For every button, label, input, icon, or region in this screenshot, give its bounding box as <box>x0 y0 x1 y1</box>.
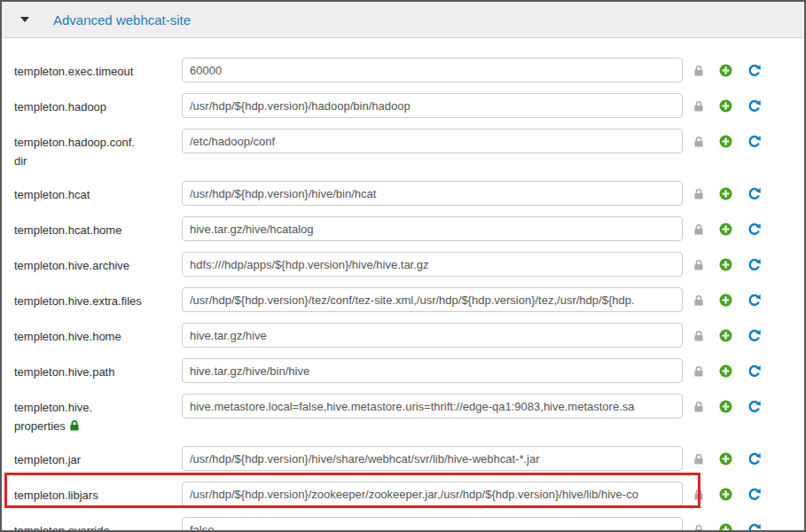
row-action-icons <box>693 446 761 466</box>
property-row: templeton.hadoop.conf. dir <box>2 129 804 170</box>
property-name-label: templeton.override <box>14 517 154 532</box>
property-value-input[interactable] <box>182 252 683 277</box>
undo-icon[interactable] <box>747 258 761 271</box>
property-name-label: templeton.hive.extra.files <box>14 287 154 310</box>
lock-icon[interactable] <box>693 136 704 148</box>
add-override-icon[interactable] <box>719 99 732 113</box>
row-action-icons <box>693 129 761 148</box>
row-action-icons <box>693 358 761 378</box>
property-rows: templeton.exec.timeout <box>2 38 804 532</box>
property-row: templeton.hcat.home <box>2 216 804 241</box>
add-override-icon[interactable] <box>719 293 732 307</box>
row-action-icons <box>693 93 761 113</box>
property-row: templeton.hive. properties <box>2 394 804 435</box>
property-name-label: templeton.hadoop.conf. dir <box>14 129 154 170</box>
property-value-input[interactable] <box>182 358 683 383</box>
property-name-label: templeton.hcat <box>14 181 154 204</box>
row-action-icons <box>693 323 761 342</box>
property-name-label: templeton.jar <box>14 446 154 469</box>
section-header-advanced-webhcat-site[interactable]: Advanced webhcat-site <box>2 2 804 38</box>
undo-icon[interactable] <box>747 452 761 466</box>
undo-icon[interactable] <box>747 135 761 148</box>
property-value-input[interactable] <box>182 517 683 532</box>
property-row: templeton.hive.extra.files <box>2 287 804 312</box>
undo-icon[interactable] <box>747 223 761 236</box>
lock-icon[interactable] <box>693 223 704 236</box>
property-row: templeton.hive.path <box>2 358 804 383</box>
undo-icon[interactable] <box>747 187 761 200</box>
lock-icon[interactable] <box>693 65 704 77</box>
row-action-icons <box>693 252 761 271</box>
undo-icon[interactable] <box>747 400 761 413</box>
lock-icon[interactable] <box>693 489 704 501</box>
undo-icon[interactable] <box>747 64 761 77</box>
lock-icon[interactable] <box>693 294 704 307</box>
property-value-input[interactable] <box>182 216 683 241</box>
undo-icon[interactable] <box>747 99 761 113</box>
row-action-icons <box>693 481 761 501</box>
add-override-icon[interactable] <box>719 223 732 236</box>
row-action-icons <box>693 394 761 413</box>
undo-icon[interactable] <box>747 488 761 501</box>
property-name-label: templeton.hive. properties <box>14 394 154 435</box>
property-name-label: templeton.hive.path <box>14 358 154 381</box>
row-action-icons <box>693 287 761 307</box>
undo-icon[interactable] <box>747 329 761 342</box>
add-override-icon[interactable] <box>719 329 732 342</box>
property-value-input[interactable] <box>182 481 683 506</box>
property-value-input[interactable] <box>182 93 683 118</box>
property-value-input[interactable] <box>182 287 683 312</box>
property-name-label: templeton.hive.archive <box>14 252 154 275</box>
property-row: templeton.exec.timeout <box>2 58 804 82</box>
lock-icon[interactable] <box>693 330 704 342</box>
undo-icon[interactable] <box>747 293 761 307</box>
property-name-label: templeton.libjars <box>14 481 154 505</box>
property-value-input[interactable] <box>182 446 683 471</box>
undo-icon[interactable] <box>747 364 761 378</box>
caret-down-icon[interactable] <box>20 17 29 22</box>
lock-icon[interactable] <box>693 100 704 113</box>
add-override-icon[interactable] <box>719 64 732 77</box>
lock-icon[interactable] <box>693 188 704 200</box>
property-row: templeton.override <box>2 517 804 532</box>
add-override-icon[interactable] <box>719 258 732 271</box>
row-action-icons <box>693 216 761 236</box>
property-row: templeton.hive.home <box>2 323 804 348</box>
property-value-input[interactable] <box>182 323 683 348</box>
final-lock-icon <box>69 419 80 432</box>
undo-icon[interactable] <box>747 523 761 532</box>
add-override-icon[interactable] <box>719 364 732 378</box>
lock-icon[interactable] <box>693 365 704 378</box>
property-value-input[interactable] <box>182 129 683 153</box>
lock-icon[interactable] <box>693 453 704 466</box>
config-panel: Advanced webhcat-site templeton.exec.tim… <box>0 0 806 532</box>
property-name-label: templeton.exec.timeout <box>14 58 154 81</box>
property-row: templeton.libjars <box>2 481 804 506</box>
lock-icon[interactable] <box>693 524 704 532</box>
property-row: templeton.jar <box>2 446 804 471</box>
property-value-input[interactable] <box>182 181 683 206</box>
add-override-icon[interactable] <box>719 523 732 532</box>
lock-icon[interactable] <box>693 401 704 413</box>
property-row: templeton.hcat <box>2 181 804 206</box>
add-override-icon[interactable] <box>719 400 732 413</box>
property-row: templeton.hadoop <box>2 93 804 118</box>
property-value-input[interactable] <box>182 58 683 82</box>
property-row: templeton.hive.archive <box>2 252 804 277</box>
row-action-icons <box>693 181 761 200</box>
property-value-input[interactable] <box>182 394 683 419</box>
add-override-icon[interactable] <box>719 452 732 466</box>
property-name-label: templeton.hcat.home <box>14 216 154 239</box>
row-action-icons <box>693 517 761 532</box>
row-action-icons <box>693 58 761 77</box>
property-name-label: templeton.hive.home <box>14 323 154 346</box>
add-override-icon[interactable] <box>719 488 732 501</box>
add-override-icon[interactable] <box>719 187 732 200</box>
lock-icon[interactable] <box>693 259 704 271</box>
add-override-icon[interactable] <box>719 135 732 148</box>
section-title[interactable]: Advanced webhcat-site <box>53 12 191 27</box>
property-name-label: templeton.hadoop <box>14 93 154 116</box>
